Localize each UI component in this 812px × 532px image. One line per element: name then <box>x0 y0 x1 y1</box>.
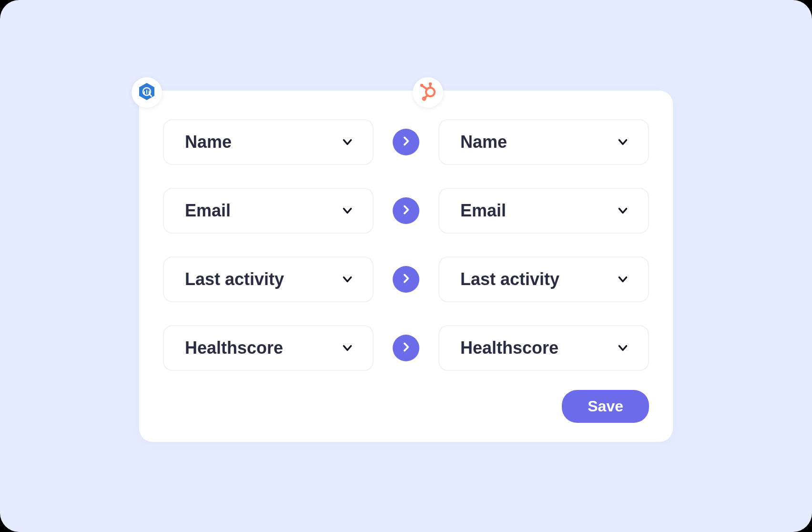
chevron-down-icon <box>340 341 355 355</box>
mapping-arrow <box>393 335 419 361</box>
source-field-select[interactable]: Name <box>163 119 374 165</box>
mapping-arrow <box>393 197 419 224</box>
chevron-right-icon <box>400 135 412 149</box>
source-field-select[interactable]: Email <box>163 188 374 234</box>
chevron-down-icon <box>616 341 630 355</box>
hubspot-icon <box>418 82 438 103</box>
mapping-row: Name Name <box>163 119 649 165</box>
mapping-card: Name Name <box>139 91 673 442</box>
chevron-down-icon <box>340 204 355 218</box>
mapping-arrow <box>393 266 419 293</box>
select-label: Last activity <box>460 269 559 289</box>
select-label: Healthscore <box>460 338 558 358</box>
save-button[interactable]: Save <box>562 390 649 423</box>
select-label: Email <box>185 201 231 221</box>
bigquery-icon <box>137 82 157 103</box>
destination-field-select[interactable]: Last activity <box>438 256 649 302</box>
destination-field-select[interactable]: Name <box>438 119 649 165</box>
destination-badge <box>413 77 443 108</box>
svg-point-5 <box>429 82 432 85</box>
mapping-row: Email Email <box>163 188 649 234</box>
select-label: Name <box>185 132 232 152</box>
destination-field-select[interactable]: Email <box>438 188 649 234</box>
chevron-down-icon <box>616 135 630 149</box>
source-badge <box>132 77 162 108</box>
mapping-row: Last activity Last activity <box>163 256 649 302</box>
chevron-right-icon <box>400 272 412 286</box>
select-label: Last activity <box>185 269 284 289</box>
chevron-down-icon <box>340 272 355 286</box>
select-label: Healthscore <box>185 338 283 358</box>
chevron-down-icon <box>616 204 630 218</box>
chevron-down-icon <box>616 272 630 286</box>
chevron-right-icon <box>400 204 412 218</box>
select-label: Email <box>460 201 506 221</box>
source-field-select[interactable]: Last activity <box>163 256 374 302</box>
chevron-right-icon <box>400 341 412 355</box>
mapping-row: Healthscore Healthscore <box>163 325 649 371</box>
page-background: Name Name <box>0 0 812 532</box>
destination-field-select[interactable]: Healthscore <box>438 325 649 371</box>
card-footer: Save <box>163 390 649 423</box>
chevron-down-icon <box>340 135 355 149</box>
svg-line-6 <box>422 86 427 89</box>
select-label: Name <box>460 132 507 152</box>
mapping-rows: Name Name <box>163 119 649 371</box>
source-field-select[interactable]: Healthscore <box>163 325 374 371</box>
mapping-arrow <box>393 129 419 155</box>
svg-point-7 <box>420 83 423 86</box>
